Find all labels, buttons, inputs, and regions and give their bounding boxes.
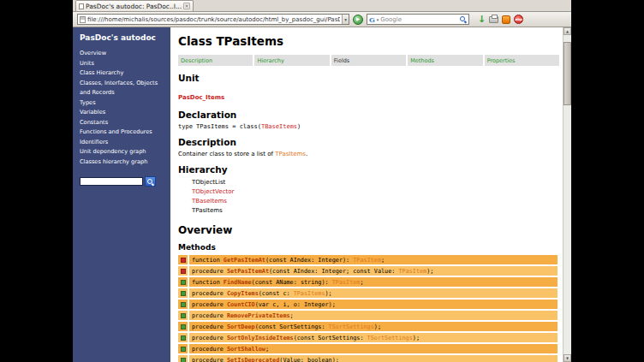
sidebar-item-functions-procedures[interactable]: Functions and Procedures	[80, 128, 165, 138]
printer-icon[interactable]	[489, 16, 498, 23]
sidebar-search-input[interactable]	[80, 177, 143, 186]
sidebar-title: PasDoc's autodoc	[80, 33, 165, 42]
address-bar[interactable]: file:///home/michalis/sources/pasdoc/tru…	[77, 14, 349, 25]
type-link[interactable]: TPasItems	[275, 151, 306, 157]
method-link[interactable]: CopyItems	[227, 290, 259, 297]
method-link[interactable]: GetPasItemAt	[224, 257, 265, 264]
visibility-cell	[178, 288, 188, 298]
method-row: function FindName(const AName: string): …	[178, 277, 558, 287]
method-row: procedure SortOnlyInsideItems(const Sort…	[178, 333, 558, 342]
main-content: Class TPasItems Description Hierarchy Fi…	[170, 27, 563, 362]
visibility-icon	[181, 324, 186, 329]
description-heading: Description	[178, 137, 559, 147]
sidebar-search-button[interactable]	[145, 176, 156, 187]
search-input[interactable]	[380, 16, 458, 23]
sidebar: PasDoc's autodoc Overview Units Class Hi…	[73, 27, 170, 362]
params: (const c:	[259, 290, 294, 297]
section-link-description[interactable]: Description	[178, 55, 253, 66]
sidebar-item-overview[interactable]: Overview	[80, 49, 165, 59]
scroll-down-icon[interactable]: ▼	[564, 354, 571, 362]
browser-tab[interactable]: PasDoc's autodoc: PasDoc..I... ×	[75, 0, 194, 11]
unit-heading: Unit	[178, 73, 559, 83]
method-signature: procedure SortDeep(const SortSettings: T…	[189, 322, 558, 331]
method-row: procedure CopyItems(const c: TPasItems);	[178, 288, 558, 298]
visibility-icon	[181, 302, 186, 307]
ancestor-class-link[interactable]: TBaseItems	[261, 123, 297, 130]
method-link[interactable]: SortDeep	[227, 323, 255, 330]
section-link-methods[interactable]: Methods	[408, 55, 482, 66]
sidebar-item-class-hierarchy[interactable]: Class Hierarchy	[80, 68, 165, 79]
scroll-up-icon[interactable]: ▲	[564, 27, 571, 35]
search-engine-dropdown-icon[interactable]: ▾	[377, 17, 379, 22]
unit-link[interactable]: PasDoc_Items	[178, 94, 224, 101]
keyword: procedure	[192, 323, 227, 330]
page-icon	[79, 3, 84, 9]
sidebar-item-classes-hierarchy-graph[interactable]: Classes hierarchy graph	[80, 157, 165, 168]
section-link-hierarchy[interactable]: Hierarchy	[254, 55, 329, 66]
search-bar[interactable]: G ▾	[367, 14, 469, 25]
scrollbar-thumb[interactable]	[564, 42, 571, 105]
method-link[interactable]: FindName	[224, 279, 252, 286]
visibility-cell	[178, 255, 188, 264]
type-link[interactable]: TPasItems	[294, 290, 325, 297]
sidebar-item-variables[interactable]: Variables	[80, 108, 165, 118]
method-link[interactable]: SortShallow	[227, 346, 265, 353]
methods-heading: Methods	[178, 243, 559, 252]
sidebar-nav: Overview Units Class Hierarchy Classes, …	[80, 49, 165, 167]
type-link[interactable]: TPasItem	[353, 257, 381, 264]
sidebar-item-constants[interactable]: Constants	[80, 118, 165, 128]
declaration-code: type TPasItems = class(TBaseItems)	[178, 123, 559, 130]
tab-close-icon[interactable]: ×	[183, 3, 190, 9]
type-link[interactable]: TPasItem	[398, 268, 426, 275]
adblock-icon[interactable]: abp	[514, 15, 523, 24]
type-link[interactable]: TSortSettings	[367, 335, 413, 341]
vertical-scrollbar[interactable]: ▲ ▼	[563, 27, 571, 362]
adblock-label: abp	[516, 17, 522, 21]
address-dropdown-icon[interactable]: ▾	[342, 15, 349, 24]
visibility-cell	[178, 311, 188, 320]
sidebar-item-classes-interfaces-objects-records[interactable]: Classes, Interfaces, Objects and Records	[80, 79, 165, 98]
description-fragment: Container class to store a list of	[178, 151, 275, 157]
params: (const AIndex: Integer; const Value:	[269, 268, 398, 275]
method-link[interactable]: CountCIO	[227, 301, 255, 308]
description-text: Container class to store a list of TPasI…	[178, 151, 559, 157]
visibility-cell	[178, 355, 188, 362]
section-link-properties[interactable]: Properties	[485, 55, 559, 66]
hierarchy-item-link[interactable]: TObjectVector	[192, 187, 559, 197]
method-link[interactable]: SortOnlyInsideItems	[227, 335, 294, 341]
page-title: Class TPasItems	[178, 34, 559, 48]
params: (const AIndex: Integer):	[265, 257, 353, 264]
method-row: procedure SetPasItemAt(const AIndex: Int…	[178, 266, 558, 276]
methods-table: function GetPasItemAt(const AIndex: Inte…	[178, 255, 558, 362]
params: (const SortSettings:	[255, 323, 329, 330]
sidebar-item-unit-dependency-graph[interactable]: Unit dependency graph	[80, 147, 165, 157]
download-arrow-icon[interactable]: ↓	[478, 15, 486, 24]
extension-icon[interactable]	[502, 15, 510, 24]
sidebar-item-units[interactable]: Units	[80, 59, 165, 69]
type-link[interactable]: TSortSettings	[329, 323, 374, 330]
method-link[interactable]: SetIsDeprecated	[227, 357, 279, 362]
method-link[interactable]: RemovePrivateItems	[227, 312, 290, 319]
method-signature: function FindName(const AName: string): …	[189, 277, 558, 287]
visibility-cell	[178, 344, 188, 353]
method-signature: function GetPasItemAt(const AIndex: Inte…	[189, 255, 558, 264]
keyword: procedure	[192, 268, 227, 275]
keyword: function	[192, 257, 224, 264]
sidebar-item-identifiers[interactable]: Identifiers	[80, 138, 165, 148]
visibility-icon	[181, 347, 186, 352]
hierarchy-item-link[interactable]: TBaseItems	[192, 197, 559, 206]
sidebar-search	[80, 176, 165, 187]
google-logo-icon: G	[369, 16, 375, 23]
section-label-fields: Fields	[331, 55, 406, 66]
method-link[interactable]: SetPasItemAt	[227, 268, 269, 275]
visibility-icon	[181, 291, 186, 296]
params: (Value: boolean);	[279, 357, 339, 362]
keyword: function	[192, 279, 224, 286]
visibility-icon	[181, 269, 186, 274]
sidebar-item-types[interactable]: Types	[80, 98, 165, 109]
page-icon	[80, 16, 86, 23]
keyword: procedure	[192, 335, 227, 341]
go-button[interactable]: ▶	[353, 15, 363, 25]
search-icon[interactable]	[460, 16, 467, 23]
type-link[interactable]: TPasItem	[332, 279, 361, 286]
